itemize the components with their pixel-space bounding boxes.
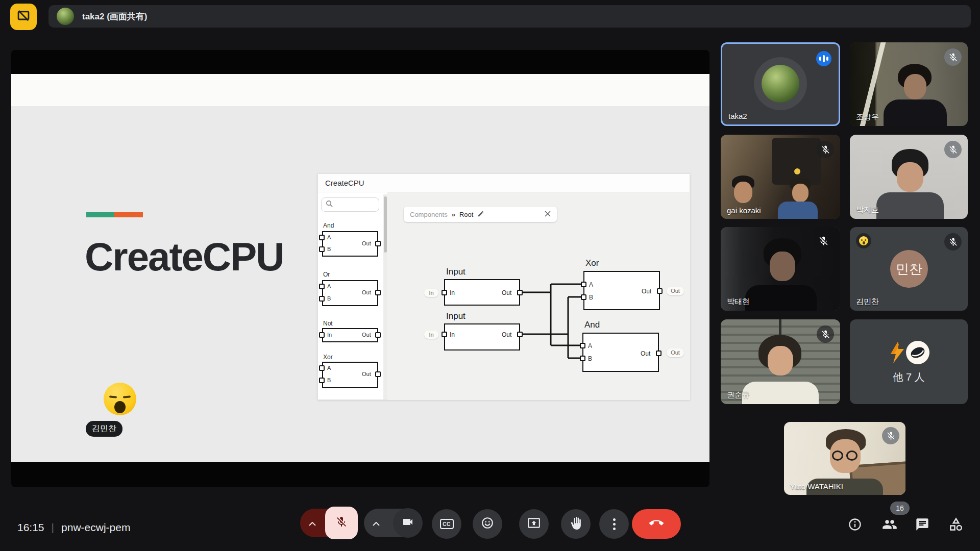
participant-name: 김민찬	[856, 297, 879, 307]
raise-hand-button[interactable]	[561, 509, 591, 539]
external-in-pill: In	[424, 289, 438, 297]
reaction-name-pill: 김민찬	[86, 421, 122, 437]
node-input1-label: Input	[446, 267, 465, 277]
overflow-avatars	[888, 340, 930, 364]
avatar	[762, 65, 799, 103]
external-in-pill: In	[424, 331, 438, 339]
participant-tile[interactable]: 권순규	[721, 319, 840, 404]
port-label: In	[450, 289, 455, 296]
port-label: Out	[641, 350, 650, 357]
activities-button[interactable]	[947, 517, 965, 534]
node-input2-label: Input	[446, 311, 465, 321]
participant-name: Yuto WATAHIKI	[790, 482, 843, 491]
emoji-icon	[481, 516, 494, 532]
videocam-icon	[402, 516, 414, 530]
participant-name: 박태현	[727, 297, 750, 307]
surprised-emoji-icon	[856, 233, 871, 248]
port-label: Out	[642, 288, 651, 295]
port-label: B	[588, 355, 592, 362]
mic-off-icon	[882, 427, 899, 444]
participant-tile-taka2[interactable]: taka2	[721, 42, 840, 126]
mic-off-icon	[944, 48, 962, 66]
participant-name: taka2	[728, 112, 747, 120]
port-label: Out	[502, 331, 511, 338]
clock-time: 16:15	[17, 521, 44, 534]
mic-off-icon	[815, 232, 832, 249]
overflow-participants-tile[interactable]: 他 7 人	[850, 319, 968, 404]
component-search-input	[321, 197, 379, 212]
mic-off-icon	[944, 233, 962, 251]
port-label: B	[327, 295, 331, 302]
avatar-initials: 민찬	[896, 260, 922, 278]
captions-icon: CC	[440, 519, 454, 529]
participant-tile[interactable]: gai kozaki	[721, 135, 840, 219]
presenter-title: taka2 (画面共有)	[82, 11, 148, 22]
activities-icon	[948, 517, 964, 534]
chat-icon	[915, 517, 929, 534]
present-screen-button[interactable]	[519, 509, 549, 539]
avatar: 민찬	[890, 250, 928, 288]
participant-tile[interactable]: 박지호	[850, 135, 968, 219]
edit-icon[interactable]	[477, 210, 484, 219]
present-screen-icon	[527, 516, 541, 532]
end-call-button[interactable]	[632, 509, 681, 539]
camera-control-group	[364, 507, 423, 539]
port-label: Out	[362, 289, 371, 295]
show-everyone-button[interactable]	[881, 517, 898, 534]
breadcrumb-current: Root	[459, 211, 473, 218]
mic-off-icon	[817, 141, 834, 158]
breadcrumb-separator: »	[452, 211, 455, 218]
breadcrumb-components[interactable]: Components	[410, 211, 448, 218]
cookie-avatar-icon	[905, 340, 930, 365]
mic-toggle-button[interactable]	[325, 507, 358, 539]
port-label: Out	[502, 289, 511, 296]
port-label: Out	[362, 371, 371, 377]
component-and-label: And	[323, 222, 334, 229]
meeting-code: pnw-ecwj-pem	[61, 521, 130, 534]
port-label: In	[327, 332, 332, 338]
close-icon[interactable]	[545, 211, 551, 218]
port-label: Out	[362, 240, 371, 246]
presentation-off-icon	[16, 9, 31, 25]
external-out-pill: Out	[667, 287, 684, 295]
camera-toggle-button[interactable]	[393, 508, 423, 538]
external-out-pill: Out	[667, 348, 684, 357]
raise-hand-icon	[570, 517, 582, 532]
port-label: A	[589, 281, 593, 288]
more-options-icon	[613, 518, 616, 530]
camera-options-chevron-icon[interactable]	[373, 519, 380, 528]
stop-presenting-button[interactable]	[10, 4, 37, 30]
chat-button[interactable]	[914, 517, 931, 534]
slide-accent-bar	[86, 212, 143, 217]
mic-control-group	[300, 507, 358, 539]
component-not-label: Not	[323, 320, 333, 327]
port-label: B	[589, 294, 593, 301]
participant-tile[interactable]: 조상우	[850, 42, 968, 126]
mic-off-icon	[335, 516, 348, 530]
presenter-banner[interactable]: taka2 (画面共有)	[48, 5, 971, 28]
participant-tile[interactable]: 박태현	[721, 227, 840, 311]
sidebar-scrollbar-thumb	[384, 196, 387, 253]
port-label: A	[327, 234, 331, 240]
participant-tile[interactable]: Yuto WATAHIKI	[784, 422, 905, 495]
info-icon	[848, 517, 862, 534]
slide-title: CreateCPU	[85, 234, 283, 280]
reactions-button[interactable]	[473, 509, 502, 539]
captions-button[interactable]: CC	[432, 509, 461, 539]
mic-off-icon	[944, 141, 962, 158]
node-xor-label: Xor	[585, 258, 599, 268]
meeting-details-button[interactable]	[846, 517, 864, 534]
app-title: CreateCPU	[325, 179, 364, 187]
component-or-label: Or	[323, 271, 330, 278]
end-call-icon	[649, 516, 664, 532]
participant-name: gai kozaki	[727, 206, 761, 215]
app-header: CreateCPU	[318, 174, 690, 192]
mic-options-chevron-icon[interactable]	[309, 519, 316, 528]
port-label: B	[327, 246, 331, 252]
port-label: B	[327, 377, 331, 383]
participant-tile[interactable]: 민찬 김민찬	[850, 227, 968, 311]
participant-name: 박지호	[856, 205, 879, 215]
yawning-emoji-icon	[104, 383, 136, 415]
more-options-button[interactable]	[599, 509, 629, 539]
presenter-avatar	[57, 8, 74, 25]
